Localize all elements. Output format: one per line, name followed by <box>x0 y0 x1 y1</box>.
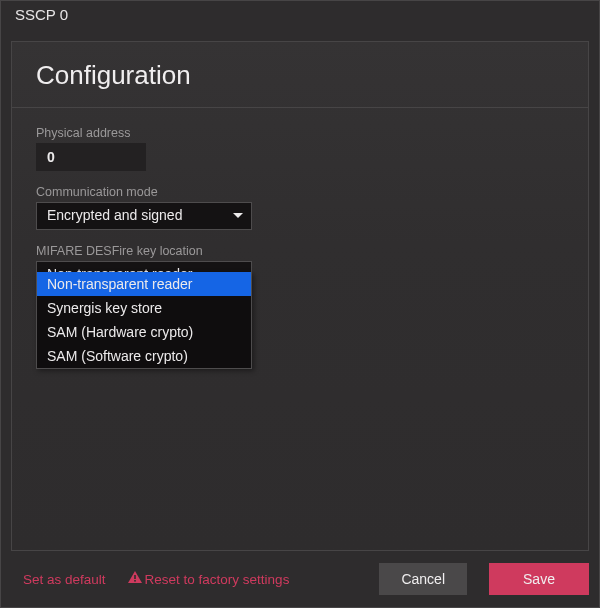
footer: Set as default Reset to factory settings… <box>1 551 599 607</box>
panel-header: Configuration <box>12 42 588 108</box>
chevron-down-icon <box>233 213 243 219</box>
field-physical-address: Physical address <box>36 126 564 171</box>
reset-link[interactable]: Reset to factory settings <box>128 571 290 587</box>
set-default-link[interactable]: Set as default <box>23 572 106 587</box>
warning-icon <box>128 571 142 587</box>
communication-mode-value: Encrypted and signed <box>47 207 182 223</box>
svg-rect-1 <box>134 580 136 582</box>
field-communication-mode: Communication mode Encrypted and signed <box>36 185 564 230</box>
communication-mode-select[interactable]: Encrypted and signed <box>36 202 252 230</box>
dropdown-option[interactable]: Synergis key store <box>37 296 251 320</box>
svg-rect-0 <box>134 575 136 579</box>
field-key-location: MIFARE DESFire key location Non-transpar… <box>36 244 252 289</box>
dropdown-option[interactable]: SAM (Software crypto) <box>37 344 251 368</box>
config-panel: Configuration Physical address Communica… <box>11 41 589 551</box>
physical-address-input[interactable] <box>36 143 146 171</box>
physical-address-label: Physical address <box>36 126 564 140</box>
save-button[interactable]: Save <box>489 563 589 595</box>
dropdown-option[interactable]: SAM (Hardware crypto) <box>37 320 251 344</box>
cancel-button[interactable]: Cancel <box>379 563 467 595</box>
key-location-label: MIFARE DESFire key location <box>36 244 252 258</box>
dropdown-option[interactable]: Non-transparent reader <box>37 272 251 296</box>
communication-mode-label: Communication mode <box>36 185 564 199</box>
key-location-dropdown[interactable]: Non-transparent reader Synergis key stor… <box>36 272 252 369</box>
window-title: SSCP 0 <box>1 1 599 31</box>
panel-body: Physical address Communication mode Encr… <box>12 108 588 321</box>
config-window: SSCP 0 Configuration Physical address Co… <box>0 0 600 608</box>
page-title: Configuration <box>36 60 564 91</box>
